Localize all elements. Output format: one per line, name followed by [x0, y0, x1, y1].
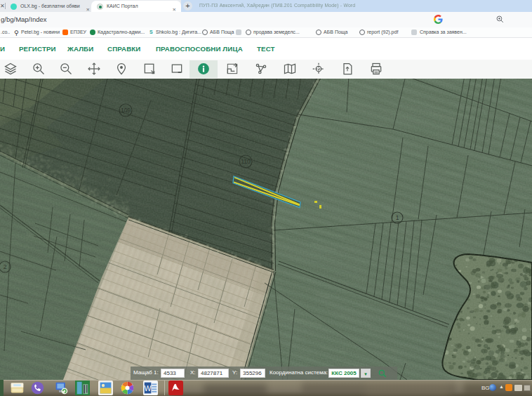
- svg-text:W: W: [145, 384, 152, 392]
